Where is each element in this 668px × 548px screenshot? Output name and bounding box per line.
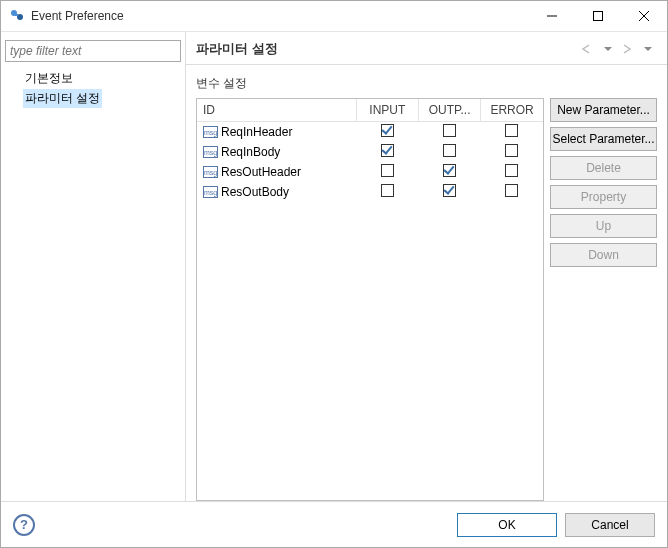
input-checkbox[interactable] (381, 144, 394, 157)
row-id: ReqInHeader (221, 125, 292, 139)
filter-input[interactable] (5, 40, 181, 62)
back-menu-icon[interactable] (599, 40, 617, 58)
down-button[interactable]: Down (550, 243, 657, 267)
nav-icons (579, 40, 657, 58)
forward-icon[interactable] (619, 40, 637, 58)
output-checkbox[interactable] (443, 124, 456, 137)
heading-row: 파라미터 설정 (186, 32, 667, 65)
table-row[interactable]: msgReqInHeader (197, 122, 543, 143)
ok-button[interactable]: OK (457, 513, 557, 537)
output-checkbox[interactable] (443, 144, 456, 157)
msg-icon: msg (203, 146, 218, 158)
input-checkbox[interactable] (381, 164, 394, 177)
back-icon[interactable] (579, 40, 597, 58)
up-button[interactable]: Up (550, 214, 657, 238)
svg-rect-2 (15, 14, 18, 16)
title-bar: Event Preference (1, 1, 667, 32)
row-id: ResOutBody (221, 185, 289, 199)
section-title: 변수 설정 (196, 75, 657, 92)
window-title: Event Preference (31, 9, 529, 23)
footer: ? OK Cancel (1, 501, 667, 547)
table-row[interactable]: msgReqInBody (197, 142, 543, 162)
output-checkbox[interactable] (443, 184, 456, 197)
tree-item-parameter[interactable]: 파라미터 설정 (23, 89, 102, 108)
col-id[interactable]: ID (197, 99, 356, 122)
input-checkbox[interactable] (381, 184, 394, 197)
right-pane: 파라미터 설정 변수 설정 ID INPUT OUTP... (186, 32, 667, 501)
table-row[interactable]: msgResOutBody (197, 182, 543, 202)
tree-item-basic[interactable]: 기본정보 (23, 68, 181, 89)
parameter-table: ID INPUT OUTP... ERROR msgReqInHeadermsg… (196, 98, 544, 501)
content-area: 기본정보 파라미터 설정 파라미터 설정 변수 설정 ID (1, 32, 667, 501)
help-icon[interactable]: ? (13, 514, 35, 536)
error-checkbox[interactable] (505, 164, 518, 177)
error-checkbox[interactable] (505, 144, 518, 157)
property-button[interactable]: Property (550, 185, 657, 209)
section: 변수 설정 ID INPUT OUTP... ERROR msgReqInHea… (186, 65, 667, 501)
col-output[interactable]: OUTP... (418, 99, 480, 122)
svg-rect-4 (594, 12, 603, 21)
error-checkbox[interactable] (505, 184, 518, 197)
output-checkbox[interactable] (443, 164, 456, 177)
new-parameter-button[interactable]: New Parameter... (550, 98, 657, 122)
row-id: ResOutHeader (221, 165, 301, 179)
error-checkbox[interactable] (505, 124, 518, 137)
col-input[interactable]: INPUT (356, 99, 418, 122)
table-row[interactable]: msgResOutHeader (197, 162, 543, 182)
app-icon (9, 8, 25, 24)
msg-icon: msg (203, 186, 218, 198)
msg-icon: msg (203, 126, 218, 138)
cancel-button[interactable]: Cancel (565, 513, 655, 537)
maximize-button[interactable] (575, 1, 621, 31)
row-id: ReqInBody (221, 145, 280, 159)
forward-menu-icon[interactable] (639, 40, 657, 58)
input-checkbox[interactable] (381, 124, 394, 137)
delete-button[interactable]: Delete (550, 156, 657, 180)
select-parameter-button[interactable]: Select Parameter... (550, 127, 657, 151)
tree: 기본정보 파라미터 설정 (5, 68, 181, 108)
msg-icon: msg (203, 166, 218, 178)
col-error[interactable]: ERROR (481, 99, 543, 122)
close-button[interactable] (621, 1, 667, 31)
left-pane: 기본정보 파라미터 설정 (1, 32, 186, 501)
minimize-button[interactable] (529, 1, 575, 31)
page-title: 파라미터 설정 (196, 40, 579, 58)
button-column: New Parameter... Select Parameter... Del… (550, 98, 657, 501)
window-buttons (529, 1, 667, 31)
